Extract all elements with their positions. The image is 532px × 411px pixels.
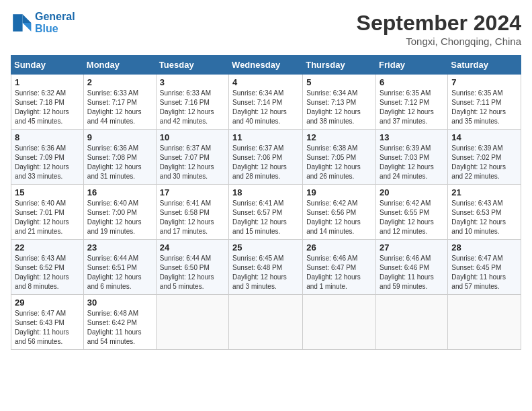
calendar-cell: 16 Sunrise: 6:40 AMSunset: 7:00 PMDaylig…: [83, 185, 156, 240]
calendar-cell: 27 Sunrise: 6:46 AMSunset: 6:46 PMDaylig…: [376, 240, 448, 295]
day-detail: Sunrise: 6:46 AMSunset: 6:47 PMDaylight:…: [306, 255, 361, 290]
day-number: 11: [232, 132, 299, 142]
calendar-cell: 4 Sunrise: 6:34 AMSunset: 7:14 PMDayligh…: [229, 75, 303, 130]
day-number: 4: [232, 77, 299, 87]
day-number: 27: [380, 242, 444, 253]
day-number: 17: [160, 187, 225, 197]
calendar-cell: 8 Sunrise: 6:36 AMSunset: 7:09 PMDayligh…: [11, 130, 84, 185]
day-detail: Sunrise: 6:42 AMSunset: 6:55 PMDaylight:…: [380, 199, 434, 235]
calendar-cell: 29 Sunrise: 6:47 AMSunset: 6:43 PMDaylig…: [11, 295, 84, 350]
day-number: 28: [451, 242, 517, 253]
day-number: 23: [87, 242, 152, 253]
day-number: 3: [160, 77, 225, 87]
day-number: 15: [15, 187, 80, 197]
day-detail: Sunrise: 6:37 AMSunset: 7:06 PMDaylight:…: [232, 144, 287, 180]
calendar-cell: 30 Sunrise: 6:48 AMSunset: 6:42 PMDaylig…: [83, 295, 156, 350]
day-number: 24: [160, 242, 225, 253]
day-number: 29: [15, 298, 80, 308]
day-number: 2: [87, 77, 152, 87]
calendar-cell: 11 Sunrise: 6:37 AMSunset: 7:06 PMDaylig…: [229, 130, 303, 185]
day-number: 30: [87, 298, 152, 308]
day-number: 10: [160, 132, 225, 142]
calendar-cell: 24 Sunrise: 6:44 AMSunset: 6:50 PMDaylig…: [156, 240, 228, 295]
day-number: 8: [15, 132, 80, 142]
day-detail: Sunrise: 6:43 AMSunset: 6:53 PMDaylight:…: [451, 199, 506, 235]
calendar-cell: [376, 295, 448, 350]
calendar-cell: [448, 295, 521, 350]
day-detail: Sunrise: 6:48 AMSunset: 6:42 PMDaylight:…: [87, 310, 142, 345]
day-detail: Sunrise: 6:32 AMSunset: 7:18 PMDaylight:…: [15, 89, 69, 125]
day-detail: Sunrise: 6:47 AMSunset: 6:43 PMDaylight:…: [15, 310, 69, 345]
calendar-cell: 21 Sunrise: 6:43 AMSunset: 6:53 PMDaylig…: [448, 185, 521, 240]
svg-marker-1: [23, 23, 32, 32]
logo-text: General Blue: [35, 11, 75, 34]
day-detail: Sunrise: 6:42 AMSunset: 6:56 PMDaylight:…: [306, 199, 361, 235]
calendar-cell: 25 Sunrise: 6:45 AMSunset: 6:48 PMDaylig…: [229, 240, 303, 295]
weekday-header: Monday: [83, 56, 156, 75]
day-number: 12: [306, 132, 372, 142]
day-number: 19: [306, 187, 372, 197]
weekday-header: Friday: [376, 56, 448, 75]
calendar-cell: 15 Sunrise: 6:40 AMSunset: 7:01 PMDaylig…: [11, 185, 84, 240]
day-number: 16: [87, 187, 152, 197]
calendar-cell: 23 Sunrise: 6:44 AMSunset: 6:51 PMDaylig…: [83, 240, 156, 295]
day-detail: Sunrise: 6:35 AMSunset: 7:12 PMDaylight:…: [380, 89, 434, 125]
month-title: September 2024: [357, 11, 521, 36]
day-detail: Sunrise: 6:43 AMSunset: 6:52 PMDaylight:…: [15, 255, 69, 290]
day-number: 1: [15, 77, 80, 87]
calendar-cell: 13 Sunrise: 6:39 AMSunset: 7:03 PMDaylig…: [376, 130, 448, 185]
day-number: 18: [232, 187, 299, 197]
day-detail: Sunrise: 6:34 AMSunset: 7:13 PMDaylight:…: [306, 89, 361, 125]
weekday-header: Thursday: [303, 56, 376, 75]
day-detail: Sunrise: 6:46 AMSunset: 6:46 PMDaylight:…: [380, 255, 434, 290]
day-number: 14: [451, 132, 517, 142]
calendar-table: SundayMondayTuesdayWednesdayThursdayFrid…: [11, 55, 521, 350]
title-block: September 2024 Tongxi, Chongqing, China: [357, 11, 521, 47]
day-detail: Sunrise: 6:40 AMSunset: 7:00 PMDaylight:…: [87, 199, 142, 235]
day-detail: Sunrise: 6:41 AMSunset: 6:58 PMDaylight:…: [160, 199, 214, 235]
calendar-cell: 20 Sunrise: 6:42 AMSunset: 6:55 PMDaylig…: [376, 185, 448, 240]
calendar-week-row: 29 Sunrise: 6:47 AMSunset: 6:43 PMDaylig…: [11, 295, 521, 350]
day-detail: Sunrise: 6:33 AMSunset: 7:16 PMDaylight:…: [160, 89, 214, 125]
day-detail: Sunrise: 6:47 AMSunset: 6:45 PMDaylight:…: [451, 255, 506, 290]
logo: General Blue: [11, 11, 75, 34]
location: Tongxi, Chongqing, China: [357, 36, 521, 47]
day-detail: Sunrise: 6:40 AMSunset: 7:01 PMDaylight:…: [15, 199, 69, 235]
day-detail: Sunrise: 6:45 AMSunset: 6:48 PMDaylight:…: [232, 255, 287, 290]
calendar-cell: 26 Sunrise: 6:46 AMSunset: 6:47 PMDaylig…: [303, 240, 376, 295]
calendar-cell: [229, 295, 303, 350]
day-detail: Sunrise: 6:44 AMSunset: 6:50 PMDaylight:…: [160, 255, 214, 290]
calendar-header-row: SundayMondayTuesdayWednesdayThursdayFrid…: [11, 56, 521, 75]
day-number: 9: [87, 132, 152, 142]
weekday-header: Saturday: [448, 56, 521, 75]
calendar-week-row: 1 Sunrise: 6:32 AMSunset: 7:18 PMDayligh…: [11, 75, 521, 130]
svg-rect-2: [13, 14, 22, 32]
day-number: 5: [306, 77, 372, 87]
calendar-cell: 7 Sunrise: 6:35 AMSunset: 7:11 PMDayligh…: [448, 75, 521, 130]
day-number: 20: [380, 187, 444, 197]
calendar-week-row: 22 Sunrise: 6:43 AMSunset: 6:52 PMDaylig…: [11, 240, 521, 295]
calendar-cell: 2 Sunrise: 6:33 AMSunset: 7:17 PMDayligh…: [83, 75, 156, 130]
calendar-cell: 6 Sunrise: 6:35 AMSunset: 7:12 PMDayligh…: [376, 75, 448, 130]
day-number: 7: [451, 77, 517, 87]
calendar-week-row: 15 Sunrise: 6:40 AMSunset: 7:01 PMDaylig…: [11, 185, 521, 240]
calendar-cell: 28 Sunrise: 6:47 AMSunset: 6:45 PMDaylig…: [448, 240, 521, 295]
calendar-cell: 10 Sunrise: 6:37 AMSunset: 7:07 PMDaylig…: [156, 130, 228, 185]
calendar-cell: 17 Sunrise: 6:41 AMSunset: 6:58 PMDaylig…: [156, 185, 228, 240]
calendar-cell: 22 Sunrise: 6:43 AMSunset: 6:52 PMDaylig…: [11, 240, 84, 295]
day-detail: Sunrise: 6:39 AMSunset: 7:02 PMDaylight:…: [451, 144, 506, 180]
calendar-cell: 14 Sunrise: 6:39 AMSunset: 7:02 PMDaylig…: [448, 130, 521, 185]
svg-marker-0: [23, 14, 32, 23]
day-detail: Sunrise: 6:36 AMSunset: 7:08 PMDaylight:…: [87, 144, 142, 180]
day-number: 25: [232, 242, 299, 253]
calendar-cell: 9 Sunrise: 6:36 AMSunset: 7:08 PMDayligh…: [83, 130, 156, 185]
day-detail: Sunrise: 6:35 AMSunset: 7:11 PMDaylight:…: [451, 89, 506, 125]
calendar-cell: 1 Sunrise: 6:32 AMSunset: 7:18 PMDayligh…: [11, 75, 84, 130]
day-number: 13: [380, 132, 444, 142]
calendar-week-row: 8 Sunrise: 6:36 AMSunset: 7:09 PMDayligh…: [11, 130, 521, 185]
logo-icon: [11, 12, 32, 34]
weekday-header: Wednesday: [229, 56, 303, 75]
calendar-cell: [303, 295, 376, 350]
page-header: General Blue September 2024 Tongxi, Chon…: [11, 11, 521, 47]
day-number: 21: [451, 187, 517, 197]
